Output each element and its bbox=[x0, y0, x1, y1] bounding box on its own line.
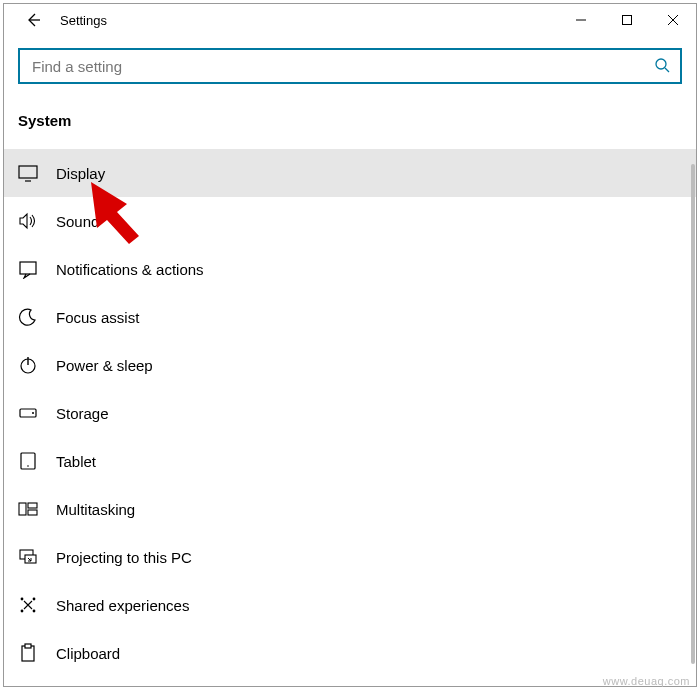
minimize-icon bbox=[575, 14, 587, 26]
settings-menu: Display Sound Notifications & actions Fo… bbox=[4, 149, 696, 677]
power-icon bbox=[18, 355, 38, 375]
menu-item-label: Power & sleep bbox=[56, 357, 153, 374]
menu-item-label: Sound bbox=[56, 213, 99, 230]
menu-item-storage[interactable]: Storage bbox=[4, 389, 696, 437]
menu-item-label: Shared experiences bbox=[56, 597, 189, 614]
svg-rect-8 bbox=[20, 262, 36, 274]
svg-point-4 bbox=[656, 59, 666, 69]
close-icon bbox=[667, 14, 679, 26]
svg-rect-17 bbox=[28, 510, 37, 515]
svg-rect-25 bbox=[25, 644, 31, 648]
search-box[interactable] bbox=[18, 48, 682, 84]
menu-item-shared-experiences[interactable]: Shared experiences bbox=[4, 581, 696, 629]
menu-item-label: Tablet bbox=[56, 453, 96, 470]
menu-item-label: Notifications & actions bbox=[56, 261, 204, 278]
menu-item-label: Clipboard bbox=[56, 645, 120, 662]
svg-point-12 bbox=[32, 412, 34, 414]
storage-icon bbox=[18, 403, 38, 423]
sound-icon bbox=[18, 211, 38, 231]
section-heading: System bbox=[4, 90, 696, 137]
svg-rect-6 bbox=[19, 166, 37, 178]
menu-item-focus-assist[interactable]: Focus assist bbox=[4, 293, 696, 341]
titlebar: Settings bbox=[4, 4, 696, 36]
close-button[interactable] bbox=[650, 4, 696, 36]
search-input[interactable] bbox=[30, 57, 654, 76]
tablet-icon bbox=[18, 451, 38, 471]
settings-window: Settings System Display bbox=[3, 3, 697, 687]
menu-item-label: Multitasking bbox=[56, 501, 135, 518]
menu-item-power-sleep[interactable]: Power & sleep bbox=[4, 341, 696, 389]
svg-point-20 bbox=[21, 598, 24, 601]
minimize-button[interactable] bbox=[558, 4, 604, 36]
svg-point-14 bbox=[27, 465, 29, 467]
svg-point-22 bbox=[21, 610, 24, 613]
menu-item-multitasking[interactable]: Multitasking bbox=[4, 485, 696, 533]
svg-rect-16 bbox=[28, 503, 37, 508]
notifications-icon bbox=[18, 259, 38, 279]
clipboard-icon bbox=[18, 643, 38, 663]
menu-item-sound[interactable]: Sound bbox=[4, 197, 696, 245]
back-arrow-icon bbox=[25, 12, 41, 28]
menu-item-label: Projecting to this PC bbox=[56, 549, 192, 566]
svg-rect-15 bbox=[19, 503, 26, 515]
menu-item-notifications[interactable]: Notifications & actions bbox=[4, 245, 696, 293]
window-title: Settings bbox=[60, 13, 107, 28]
shared-experiences-icon bbox=[18, 595, 38, 615]
window-controls bbox=[558, 4, 696, 36]
menu-item-clipboard[interactable]: Clipboard bbox=[4, 629, 696, 677]
back-button[interactable] bbox=[22, 9, 44, 31]
scrollbar[interactable] bbox=[691, 164, 695, 664]
watermark: www.deuaq.com bbox=[603, 675, 690, 687]
menu-item-label: Storage bbox=[56, 405, 109, 422]
focus-assist-icon bbox=[18, 307, 38, 327]
search-container bbox=[4, 36, 696, 90]
svg-line-5 bbox=[665, 68, 669, 72]
maximize-button[interactable] bbox=[604, 4, 650, 36]
menu-item-label: Display bbox=[56, 165, 105, 182]
display-icon bbox=[18, 163, 38, 183]
menu-item-display[interactable]: Display bbox=[4, 149, 696, 197]
svg-rect-1 bbox=[623, 16, 632, 25]
search-icon bbox=[654, 57, 670, 76]
svg-point-23 bbox=[33, 610, 36, 613]
maximize-icon bbox=[621, 14, 633, 26]
svg-point-21 bbox=[33, 598, 36, 601]
menu-item-label: Focus assist bbox=[56, 309, 139, 326]
multitasking-icon bbox=[18, 499, 38, 519]
menu-item-projecting[interactable]: Projecting to this PC bbox=[4, 533, 696, 581]
menu-item-tablet[interactable]: Tablet bbox=[4, 437, 696, 485]
projecting-icon bbox=[18, 547, 38, 567]
